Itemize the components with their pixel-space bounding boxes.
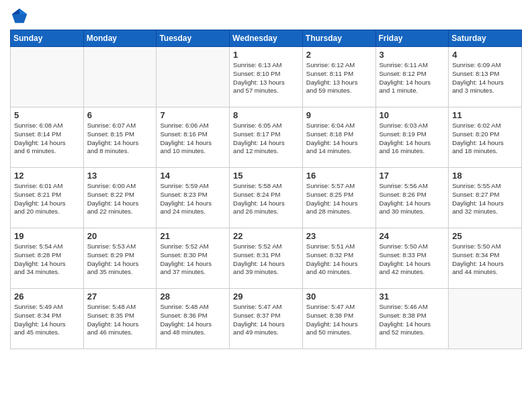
svg-marker-1	[19, 9, 27, 14]
calendar-cell: 23Sunrise: 5:51 AMSunset: 8:32 PMDayligh…	[302, 228, 375, 289]
calendar: SundayMondayTuesdayWednesdayThursdayFrid…	[10, 30, 522, 349]
cell-text: Sunrise: 6:00 AMSunset: 8:22 PMDaylight:…	[87, 182, 153, 216]
weekday-header: Monday	[83, 30, 157, 47]
calendar-cell: 5Sunrise: 6:08 AMSunset: 8:14 PMDaylight…	[11, 107, 84, 168]
cell-text: Sunrise: 5:51 AMSunset: 8:32 PMDaylight:…	[306, 242, 372, 277]
day-number: 2	[306, 50, 372, 60]
cell-text: Sunrise: 6:12 AMSunset: 8:11 PMDaylight:…	[306, 61, 372, 95]
cell-text: Sunrise: 5:58 AMSunset: 8:24 PMDaylight:…	[233, 182, 299, 216]
cell-text: Sunrise: 5:50 AMSunset: 8:34 PMDaylight:…	[452, 242, 518, 277]
weekday-header: Sunday	[11, 30, 84, 47]
svg-marker-2	[12, 9, 19, 14]
day-number: 25	[452, 231, 518, 241]
day-number: 4	[452, 50, 518, 60]
weekday-header: Tuesday	[157, 30, 230, 47]
calendar-cell: 17Sunrise: 5:56 AMSunset: 8:26 PMDayligh…	[375, 168, 449, 228]
calendar-cell: 12Sunrise: 6:01 AMSunset: 8:21 PMDayligh…	[11, 168, 84, 228]
calendar-cell: 29Sunrise: 5:47 AMSunset: 8:37 PMDayligh…	[230, 289, 303, 349]
day-number: 12	[14, 171, 80, 181]
cell-text: Sunrise: 5:47 AMSunset: 8:37 PMDaylight:…	[233, 303, 299, 337]
calendar-cell: 10Sunrise: 6:03 AMSunset: 8:19 PMDayligh…	[375, 107, 449, 168]
weekday-header: Saturday	[449, 30, 522, 47]
calendar-cell: 20Sunrise: 5:53 AMSunset: 8:29 PMDayligh…	[83, 228, 157, 289]
calendar-cell	[11, 47, 84, 107]
calendar-cell: 28Sunrise: 5:48 AMSunset: 8:36 PMDayligh…	[157, 289, 230, 349]
cell-text: Sunrise: 5:48 AMSunset: 8:36 PMDaylight:…	[160, 303, 226, 337]
calendar-cell: 31Sunrise: 5:46 AMSunset: 8:38 PMDayligh…	[375, 289, 449, 349]
cell-text: Sunrise: 6:13 AMSunset: 8:10 PMDaylight:…	[233, 61, 299, 95]
day-number: 5	[14, 110, 80, 120]
calendar-cell: 1Sunrise: 6:13 AMSunset: 8:10 PMDaylight…	[230, 47, 303, 107]
day-number: 17	[380, 171, 445, 181]
day-number: 22	[233, 231, 299, 241]
day-number: 23	[306, 231, 372, 241]
calendar-week-row: 19Sunrise: 5:54 AMSunset: 8:28 PMDayligh…	[11, 228, 522, 289]
calendar-cell: 11Sunrise: 6:02 AMSunset: 8:20 PMDayligh…	[449, 107, 522, 168]
weekday-header: Thursday	[302, 30, 375, 47]
day-number: 20	[87, 231, 153, 241]
day-number: 26	[14, 291, 80, 302]
cell-text: Sunrise: 5:53 AMSunset: 8:29 PMDaylight:…	[87, 242, 153, 277]
calendar-cell: 15Sunrise: 5:58 AMSunset: 8:24 PMDayligh…	[230, 168, 303, 228]
cell-text: Sunrise: 6:02 AMSunset: 8:20 PMDaylight:…	[452, 122, 518, 156]
day-number: 8	[233, 110, 299, 120]
calendar-cell: 13Sunrise: 6:00 AMSunset: 8:22 PMDayligh…	[83, 168, 157, 228]
calendar-cell: 14Sunrise: 5:59 AMSunset: 8:23 PMDayligh…	[157, 168, 230, 228]
weekday-header: Friday	[375, 30, 449, 47]
calendar-cell: 6Sunrise: 6:07 AMSunset: 8:15 PMDaylight…	[83, 107, 157, 168]
cell-text: Sunrise: 6:03 AMSunset: 8:19 PMDaylight:…	[380, 122, 445, 156]
cell-text: Sunrise: 5:50 AMSunset: 8:33 PMDaylight:…	[380, 242, 445, 277]
cell-text: Sunrise: 5:52 AMSunset: 8:31 PMDaylight:…	[233, 242, 299, 277]
cell-text: Sunrise: 6:11 AMSunset: 8:12 PMDaylight:…	[380, 61, 445, 95]
day-number: 14	[160, 171, 226, 181]
calendar-cell: 19Sunrise: 5:54 AMSunset: 8:28 PMDayligh…	[11, 228, 84, 289]
cell-text: Sunrise: 5:46 AMSunset: 8:38 PMDaylight:…	[380, 303, 445, 337]
cell-text: Sunrise: 6:08 AMSunset: 8:14 PMDaylight:…	[14, 122, 80, 156]
calendar-cell: 18Sunrise: 5:55 AMSunset: 8:27 PMDayligh…	[449, 168, 522, 228]
calendar-week-row: 12Sunrise: 6:01 AMSunset: 8:21 PMDayligh…	[11, 168, 522, 228]
cell-text: Sunrise: 6:01 AMSunset: 8:21 PMDaylight:…	[14, 182, 80, 216]
calendar-cell: 25Sunrise: 5:50 AMSunset: 8:34 PMDayligh…	[449, 228, 522, 289]
day-number: 6	[87, 110, 153, 120]
cell-text: Sunrise: 6:06 AMSunset: 8:16 PMDaylight:…	[160, 122, 226, 156]
day-number: 16	[306, 171, 372, 181]
calendar-week-row: 26Sunrise: 5:49 AMSunset: 8:34 PMDayligh…	[11, 289, 522, 349]
day-number: 9	[306, 110, 372, 120]
cell-text: Sunrise: 5:47 AMSunset: 8:38 PMDaylight:…	[306, 303, 372, 337]
cell-text: Sunrise: 5:57 AMSunset: 8:25 PMDaylight:…	[306, 182, 372, 216]
day-number: 3	[380, 50, 445, 60]
day-number: 31	[380, 291, 445, 302]
day-number: 21	[160, 231, 226, 241]
calendar-cell: 26Sunrise: 5:49 AMSunset: 8:34 PMDayligh…	[11, 289, 84, 349]
day-number: 19	[14, 231, 80, 241]
day-number: 11	[452, 110, 518, 120]
weekday-header-row: SundayMondayTuesdayWednesdayThursdayFrid…	[11, 30, 522, 47]
calendar-cell: 7Sunrise: 6:06 AMSunset: 8:16 PMDaylight…	[157, 107, 230, 168]
day-number: 1	[233, 50, 299, 60]
cell-text: Sunrise: 6:09 AMSunset: 8:13 PMDaylight:…	[452, 61, 518, 95]
cell-text: Sunrise: 5:55 AMSunset: 8:27 PMDaylight:…	[452, 182, 518, 216]
cell-text: Sunrise: 5:49 AMSunset: 8:34 PMDaylight:…	[14, 303, 80, 337]
cell-text: Sunrise: 5:54 AMSunset: 8:28 PMDaylight:…	[14, 242, 80, 277]
calendar-cell: 21Sunrise: 5:52 AMSunset: 8:30 PMDayligh…	[157, 228, 230, 289]
page-header	[10, 7, 522, 26]
cell-text: Sunrise: 6:04 AMSunset: 8:18 PMDaylight:…	[306, 122, 372, 156]
cell-text: Sunrise: 5:52 AMSunset: 8:30 PMDaylight:…	[160, 242, 226, 277]
calendar-cell	[157, 47, 230, 107]
day-number: 7	[160, 110, 226, 120]
cell-text: Sunrise: 5:48 AMSunset: 8:35 PMDaylight:…	[87, 303, 153, 337]
calendar-cell: 8Sunrise: 6:05 AMSunset: 8:17 PMDaylight…	[230, 107, 303, 168]
calendar-cell	[83, 47, 157, 107]
logo	[10, 7, 32, 26]
calendar-cell	[449, 289, 522, 349]
calendar-cell: 24Sunrise: 5:50 AMSunset: 8:33 PMDayligh…	[375, 228, 449, 289]
calendar-week-row: 5Sunrise: 6:08 AMSunset: 8:14 PMDaylight…	[11, 107, 522, 168]
day-number: 24	[380, 231, 445, 241]
day-number: 30	[306, 291, 372, 302]
calendar-cell: 27Sunrise: 5:48 AMSunset: 8:35 PMDayligh…	[83, 289, 157, 349]
day-number: 29	[233, 291, 299, 302]
day-number: 15	[233, 171, 299, 181]
calendar-cell: 22Sunrise: 5:52 AMSunset: 8:31 PMDayligh…	[230, 228, 303, 289]
day-number: 28	[160, 291, 226, 302]
day-number: 10	[380, 110, 445, 120]
